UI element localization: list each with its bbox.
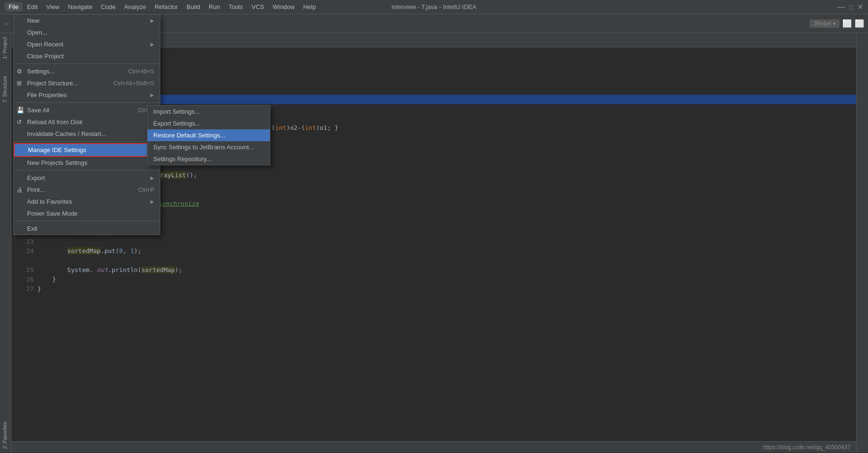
menu-edit[interactable]: Edit [23, 2, 41, 11]
submenu-item-repo[interactable]: Settings Repository... [148, 153, 270, 165]
separator-3 [14, 141, 160, 142]
menu-item-new-projects[interactable]: New Projects Settings ▶ [14, 157, 160, 169]
menu-analyze[interactable]: Analyze [120, 2, 150, 11]
open-label: Open... [27, 29, 47, 36]
open-recent-label: Open Recent [27, 41, 64, 48]
menu-item-power-save[interactable]: Power Save Mode [14, 208, 160, 219]
separator-5 [14, 221, 160, 221]
code-line-22 [37, 237, 856, 246]
menu-item-open-recent[interactable]: Open Recent ▶ [14, 38, 160, 50]
menu-tools[interactable]: Tools [225, 2, 247, 11]
reload-label: Reload All from Disk [27, 118, 83, 126]
save-all-icon: 💾 [17, 107, 24, 114]
submenu-item-restore-default[interactable]: Restore Default Settings... [148, 129, 270, 141]
sync-settings-label: Sync Settings to JetBrains Account... [153, 144, 254, 151]
menu-help[interactable]: Help [299, 2, 320, 11]
close-project-label: Close Project [27, 53, 64, 60]
file-properties-arrow-icon: ▶ [150, 92, 154, 98]
submenu-item-export[interactable]: Export Settings... [148, 118, 270, 129]
print-shortcut: Ctrl+P [138, 187, 154, 193]
menu-item-reload[interactable]: ↺ Reload All from Disk [14, 116, 160, 128]
menu-navigate[interactable]: Navigate [64, 2, 96, 11]
separator-1 [14, 63, 160, 64]
menu-code[interactable]: Code [97, 2, 120, 11]
menu-item-save-all[interactable]: 💾 Save All Ctrl+S [14, 104, 160, 116]
print-icon: 🖨 [17, 186, 23, 193]
menu-item-export[interactable]: Export ▶ [14, 172, 160, 184]
menu-item-settings[interactable]: ⚙ Settings... Ctrl+Alt+S [14, 65, 160, 77]
sidebar-tab-structure[interactable]: 7: Structure [0, 72, 11, 107]
back-button[interactable]: ← [4, 19, 11, 28]
minimize-button[interactable]: — [837, 2, 846, 12]
line-num-23: 23 [11, 237, 37, 246]
code-line-23: sortedMap.put(0, 1); [37, 246, 856, 256]
menu-item-close-project[interactable]: Close Project [14, 50, 160, 62]
file-properties-label: File Properties [27, 91, 67, 99]
sidebar-tab-favorites[interactable]: 2: Favorites [0, 418, 11, 453]
menu-vcs[interactable]: VCS [248, 2, 268, 11]
reload-icon: ↺ [17, 118, 22, 126]
new-label: New [27, 17, 39, 24]
code-line-system: System. out.println(sortedMap); [37, 265, 856, 275]
code-line-24 [37, 256, 856, 265]
open-recent-arrow-icon: ▶ [150, 42, 154, 47]
manage-ide-submenu[interactable]: Import Settings... Export Settings... Re… [147, 105, 270, 165]
settings-label: Settings... [27, 68, 55, 75]
jrebel-button[interactable]: JRebel ▾ [810, 19, 840, 28]
import-settings-label: Import Settings... [153, 108, 200, 115]
export-settings-label: Export Settings... [153, 120, 200, 127]
menu-build[interactable]: Build [183, 2, 204, 11]
menu-item-add-favorites[interactable]: Add to Favorites ▶ [14, 196, 160, 208]
save-all-label: Save All [27, 107, 49, 114]
invalidate-label: Invalidate Caches / Restart... [27, 130, 106, 137]
menu-view[interactable]: View [42, 2, 63, 11]
line-num-blank7 [11, 256, 37, 265]
close-button[interactable]: ✕ [857, 2, 863, 11]
status-url: https://blog.csdn.net/qq_40500437 [763, 444, 850, 451]
menu-item-new[interactable]: New ▶ [14, 15, 160, 27]
submenu-item-sync[interactable]: Sync Settings to JetBrains Account... [148, 141, 270, 153]
separator-2 [14, 102, 160, 103]
menu-refactor[interactable]: Refactor [151, 2, 182, 11]
manage-ide-label: Manage IDE Settings [28, 146, 86, 154]
status-bar: https://blog.csdn.net/qq_40500437 [11, 441, 856, 453]
print-label: Print... [27, 186, 45, 193]
window-controls: — □ ✕ [837, 2, 863, 12]
menu-item-print[interactable]: 🖨 Print... Ctrl+P [14, 184, 160, 196]
code-line-27 [37, 294, 856, 303]
right-sidebar [856, 33, 868, 453]
menu-item-file-properties[interactable]: File Properties ▶ [14, 89, 160, 101]
menu-item-project-structure[interactable]: ⊞ Project Structure... Ctrl+Alt+Shift+S [14, 77, 160, 89]
menu-window[interactable]: Window [269, 2, 298, 11]
add-favorites-arrow-icon: ▶ [150, 199, 154, 204]
toolbar-extra1[interactable]: ⬜ [842, 19, 852, 28]
menu-item-manage-ide[interactable]: Manage IDE Settings ▶ [14, 143, 160, 157]
sidebar-tab-project[interactable]: 1: Project [0, 33, 11, 63]
toolbar-extra2[interactable]: ⬜ [855, 19, 864, 28]
menu-file[interactable]: File [5, 2, 22, 11]
project-structure-shortcut: Ctrl+Alt+Shift+S [113, 80, 154, 87]
line-num-25: 25 [11, 265, 37, 275]
add-favorites-label: Add to Favorites [27, 198, 72, 205]
submenu-item-import[interactable]: Import Settings... [148, 106, 270, 118]
settings-shortcut: Ctrl+Alt+S [128, 68, 154, 75]
menu-item-invalidate[interactable]: Invalidate Caches / Restart... [14, 128, 160, 140]
export-label: Export [27, 174, 45, 181]
maximize-button[interactable]: □ [850, 3, 853, 11]
code-line-25: } [37, 275, 856, 284]
line-num-24: 24 [11, 246, 37, 256]
menu-item-exit[interactable]: Exit [14, 223, 160, 235]
new-arrow-icon: ▶ [150, 18, 154, 23]
menu-item-open[interactable]: Open... [14, 27, 160, 38]
line-num-27: 27 [11, 284, 37, 294]
power-save-label: Power Save Mode [27, 210, 77, 217]
new-projects-label: New Projects Settings [27, 159, 87, 166]
file-dropdown-menu[interactable]: New ▶ Open... Open Recent ▶ Close Projec… [13, 14, 160, 235]
settings-repo-label: Settings Repository... [153, 155, 212, 163]
menu-run[interactable]: Run [205, 2, 224, 11]
restore-default-label: Restore Default Settings... [153, 132, 225, 139]
separator-4 [14, 170, 160, 171]
title-bar: File Edit View Navigate Code Analyze Ref… [0, 0, 868, 14]
project-structure-icon: ⊞ [17, 80, 22, 87]
left-sidebar: 1: Project 7: Structure 2: Favorites [0, 33, 11, 453]
